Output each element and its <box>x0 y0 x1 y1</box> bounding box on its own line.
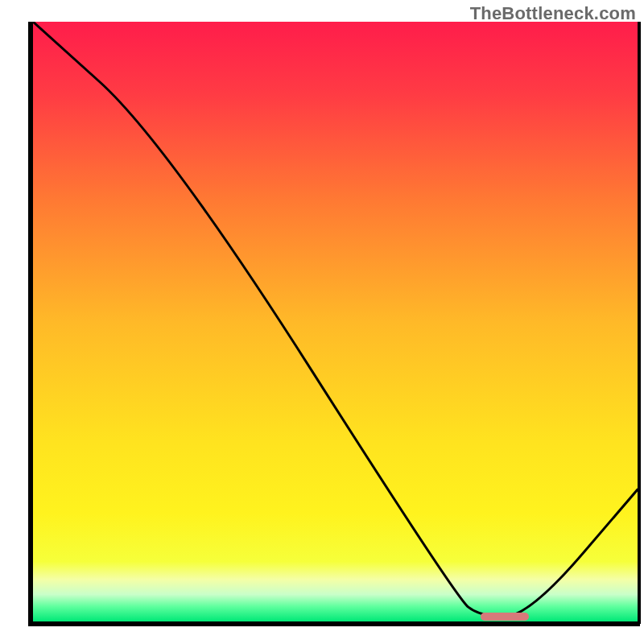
bottleneck-curve <box>33 22 638 621</box>
plot-area <box>33 22 638 621</box>
chart-frame: TheBottleneck.com <box>0 0 644 644</box>
right-border <box>638 22 641 624</box>
x-axis <box>28 621 640 626</box>
optimal-marker <box>481 613 529 621</box>
